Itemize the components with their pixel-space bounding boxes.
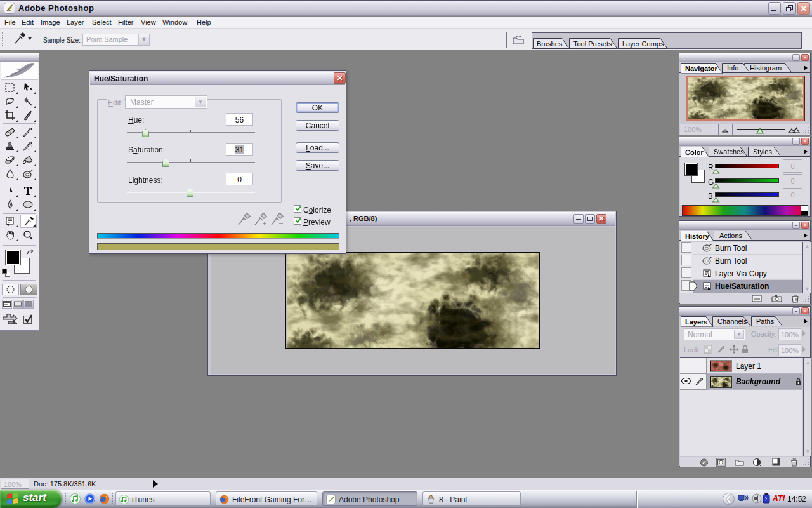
svg-text:Channels: Channels: [717, 318, 747, 325]
svg-text:Color: Color: [685, 149, 704, 156]
svg-text:Swatches: Swatches: [714, 148, 744, 156]
svg-text:Tool Presets: Tool Presets: [573, 40, 612, 48]
svg-text:Layers: Layers: [685, 318, 707, 326]
svg-text:Actions: Actions: [719, 232, 743, 239]
svg-text:Navigator: Navigator: [685, 65, 717, 72]
svg-text:History: History: [685, 232, 710, 240]
svg-text:Histogram: Histogram: [750, 64, 782, 72]
svg-text:Info: Info: [727, 64, 738, 72]
svg-text:Paths: Paths: [756, 318, 775, 325]
svg-text:Styles: Styles: [753, 148, 772, 156]
svg-text:Layer Comps: Layer Comps: [622, 40, 664, 48]
svg-text:Brushes: Brushes: [537, 40, 563, 48]
